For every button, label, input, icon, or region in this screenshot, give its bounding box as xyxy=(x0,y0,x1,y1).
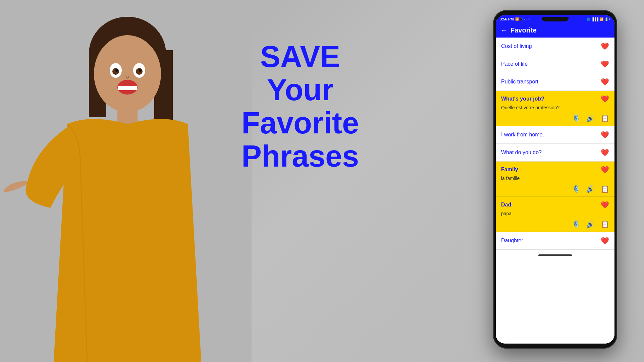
favorite-text: Favorite xyxy=(241,107,359,140)
svg-point-11 xyxy=(139,69,142,72)
favorite-button[interactable]: ❤️ xyxy=(601,42,609,50)
status-time: 3:56 PM xyxy=(500,17,514,21)
favorite-button[interactable]: ❤️ xyxy=(601,166,609,174)
favorite-button[interactable]: ❤️ xyxy=(601,131,609,139)
save-text: SAVE xyxy=(260,40,340,73)
status-left: 3:56 PM 📶 📳 ▪ ••• xyxy=(500,17,530,21)
status-icons-left: 📶 📳 ▪ xyxy=(515,17,525,21)
expanded-header: Family ❤️ xyxy=(496,162,614,176)
list-item[interactable]: Daughter ❤️ xyxy=(496,232,614,250)
svg-point-5 xyxy=(94,35,161,112)
favorite-button[interactable]: ❤️ xyxy=(601,60,609,68)
back-button[interactable]: ← xyxy=(500,26,507,34)
expanded-actions: 🎙️ 🔊 📋 xyxy=(496,184,614,196)
list-item[interactable]: I work from home. ❤️ xyxy=(496,126,614,144)
expanded-actions: 🎙️ 🔊 📋 xyxy=(496,219,614,232)
bottom-padding xyxy=(496,250,614,259)
speaker-icon[interactable]: 🔊 xyxy=(586,114,595,122)
list-item-expanded[interactable]: Dad ❤️ papa 🎙️ 🔊 📋 xyxy=(496,197,614,232)
wifi-icon: 📶 xyxy=(599,17,603,21)
status-dots: ••• xyxy=(527,17,530,21)
item-text: Cost of living xyxy=(501,43,532,49)
expanded-title: Dad xyxy=(501,202,511,208)
item-text: Public transport xyxy=(501,79,538,85)
svg-point-8 xyxy=(112,68,119,75)
item-text: What do you do? xyxy=(501,149,542,156)
list-item[interactable]: Cost of living ❤️ xyxy=(496,38,614,55)
favorite-button[interactable]: ❤️ xyxy=(601,95,609,103)
mic-icon[interactable]: 🎙️ xyxy=(572,114,580,122)
copy-icon[interactable]: 📋 xyxy=(601,185,609,193)
phone-notch xyxy=(542,17,569,21)
expanded-header: What's your job? ❤️ xyxy=(496,91,614,105)
list-item-expanded[interactable]: Family ❤️ la famille 🎙️ 🔊 📋 xyxy=(496,162,614,197)
list-item[interactable]: Public transport ❤️ xyxy=(496,73,614,91)
speaker-icon[interactable]: 🔊 xyxy=(586,220,595,228)
phone-frame: 3:56 PM 📶 📳 ▪ ••• 🔵 ▐▐▐ 📶 🔋+ ← Favorite xyxy=(493,10,617,349)
svg-rect-13 xyxy=(118,86,137,90)
list-container[interactable]: Cost of living ❤️ Pace of life ❤️ Public… xyxy=(496,38,614,344)
app-header: ← Favorite xyxy=(496,23,614,38)
expanded-actions: 🎙️ 🔊 📋 xyxy=(496,113,614,126)
list-item[interactable]: What do you do? ❤️ xyxy=(496,144,614,162)
bluetooth-icon: 🔵 xyxy=(586,17,590,21)
speaker-icon[interactable]: 🔊 xyxy=(586,185,595,193)
copy-icon[interactable]: 📋 xyxy=(601,114,609,122)
favorite-button[interactable]: ❤️ xyxy=(601,237,609,245)
signal-bars: ▐▐▐ xyxy=(591,17,598,21)
list-item-expanded[interactable]: What's your job? ❤️ Quelle est votre pro… xyxy=(496,91,614,126)
phrases-text: Phrases xyxy=(241,140,359,173)
expanded-title: Family xyxy=(501,167,518,173)
mic-icon[interactable]: 🎙️ xyxy=(572,185,580,193)
expanded-subtitle: papa xyxy=(496,211,614,219)
list-item[interactable]: Pace of life ❤️ xyxy=(496,55,614,73)
expanded-header: Dad ❤️ xyxy=(496,197,614,211)
expanded-title: What's your job? xyxy=(501,96,544,102)
person-silhouette xyxy=(0,0,252,362)
phone-screen: 3:56 PM 📶 📳 ▪ ••• 🔵 ▐▐▐ 📶 🔋+ ← Favorite xyxy=(496,15,614,344)
person-area xyxy=(0,0,252,362)
item-text: I work from home. xyxy=(501,132,544,138)
your-text: Your xyxy=(267,73,333,107)
item-text: Pace of life xyxy=(501,61,528,67)
home-indicator xyxy=(538,254,572,256)
text-overlay: SAVE Your Favorite Phrases xyxy=(255,40,345,173)
favorite-button[interactable]: ❤️ xyxy=(601,201,609,209)
item-text: Daughter xyxy=(501,238,523,244)
header-title: Favorite xyxy=(511,26,537,34)
phone-wrapper: 3:56 PM 📶 📳 ▪ ••• 🔵 ▐▐▐ 📶 🔋+ ← Favorite xyxy=(493,10,617,349)
svg-point-9 xyxy=(136,68,143,75)
expanded-subtitle: la famille xyxy=(496,176,614,184)
mic-icon[interactable]: 🎙️ xyxy=(572,220,580,228)
copy-icon[interactable]: 📋 xyxy=(601,220,609,228)
favorite-button[interactable]: ❤️ xyxy=(601,148,609,157)
svg-point-10 xyxy=(115,69,118,72)
battery-icon: 🔋+ xyxy=(604,17,610,21)
status-icons-right: 🔵 ▐▐▐ 📶 🔋+ xyxy=(586,17,610,21)
expanded-subtitle: Quelle est votre profession? xyxy=(496,105,614,113)
favorite-button[interactable]: ❤️ xyxy=(601,78,609,86)
